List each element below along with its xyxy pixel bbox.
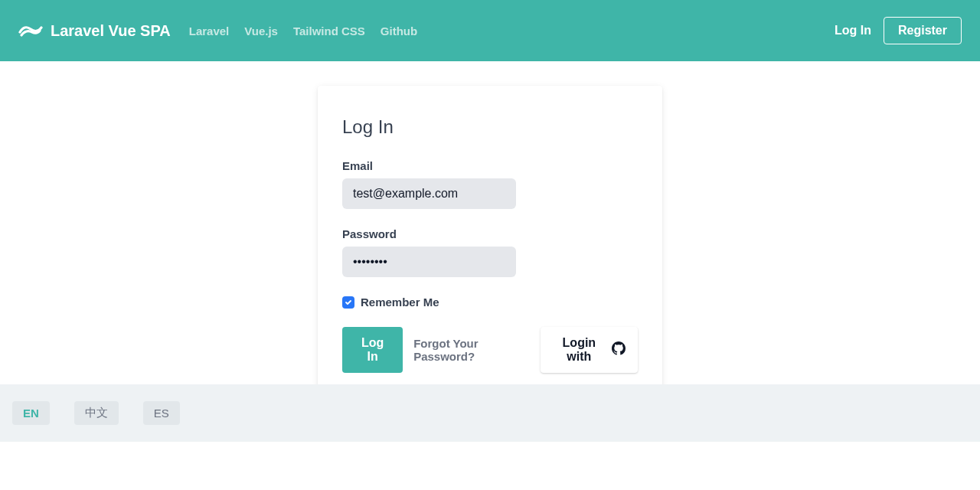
forgot-password-link[interactable]: Forgot Your Password? bbox=[413, 337, 530, 363]
remember-row: Remember Me bbox=[342, 296, 638, 309]
brand-logo-icon bbox=[18, 23, 43, 38]
lang-zh-button[interactable]: 中文 bbox=[74, 401, 119, 425]
github-login-label: Login with bbox=[553, 336, 606, 364]
nav-right: Log In Register bbox=[835, 17, 962, 44]
github-icon bbox=[612, 341, 626, 358]
login-card: Log In Email Password Remember Me Log In… bbox=[318, 86, 662, 397]
nav-link-vuejs[interactable]: Vue.js bbox=[244, 24, 278, 38]
email-label: Email bbox=[342, 159, 638, 172]
login-with-github-button[interactable]: Login with bbox=[541, 327, 638, 373]
brand[interactable]: Laravel Vue SPA bbox=[18, 22, 171, 40]
brand-text: Laravel Vue SPA bbox=[51, 22, 171, 40]
nav-links: Laravel Vue.js Tailwind CSS Github bbox=[189, 24, 417, 38]
email-input[interactable] bbox=[342, 178, 516, 209]
nav-left: Laravel Vue SPA Laravel Vue.js Tailwind … bbox=[18, 22, 417, 40]
card-title: Log In bbox=[342, 116, 638, 138]
footer: EN 中文 ES bbox=[0, 384, 980, 442]
nav-link-laravel[interactable]: Laravel bbox=[189, 24, 230, 38]
remember-label: Remember Me bbox=[361, 296, 439, 309]
main-content: Log In Email Password Remember Me Log In… bbox=[0, 61, 980, 397]
nav-link-tailwind[interactable]: Tailwind CSS bbox=[293, 24, 365, 38]
actions-row: Log In Forgot Your Password? Login with bbox=[342, 327, 638, 373]
password-label: Password bbox=[342, 227, 638, 240]
login-submit-button[interactable]: Log In bbox=[342, 327, 403, 373]
nav-login-button[interactable]: Log In bbox=[835, 24, 871, 38]
password-input[interactable] bbox=[342, 247, 516, 277]
lang-en-button[interactable]: EN bbox=[12, 401, 50, 425]
nav-link-github[interactable]: Github bbox=[381, 24, 417, 38]
lang-es-button[interactable]: ES bbox=[143, 401, 180, 425]
remember-checkbox[interactable] bbox=[342, 296, 354, 309]
nav-register-button[interactable]: Register bbox=[884, 17, 962, 44]
navbar: Laravel Vue SPA Laravel Vue.js Tailwind … bbox=[0, 0, 980, 61]
